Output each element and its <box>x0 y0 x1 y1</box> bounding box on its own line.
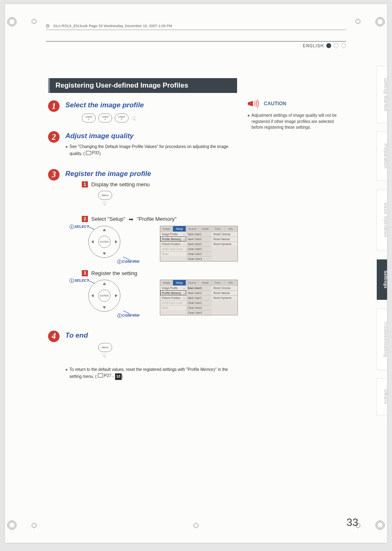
print-mark-icon <box>376 521 385 530</box>
osd-row: Picture Position▸ <box>160 295 186 300</box>
osd-row: Image Profile▸ <box>160 232 186 236</box>
dpad-annot-num: 1 <box>69 278 74 283</box>
osd-row: Save User3 <box>186 295 212 300</box>
hand-pointer-icon: ☟ <box>102 352 237 360</box>
print-mark-icon <box>376 17 385 26</box>
osd-tab: Install <box>199 226 212 232</box>
note-text: - <box>111 374 115 378</box>
osd-row-dim: HDMI Input Level <box>160 246 186 251</box>
osd-tab: Install <box>199 280 212 285</box>
osd-tab: Image <box>160 280 173 285</box>
dpad-icon: ENTER <box>88 226 120 258</box>
remote-buttons-row: USER 1 USER 2 USER 3 ☟ <box>82 113 237 123</box>
osd-row: Image Profile▸ <box>160 285 186 290</box>
remote-label: 1 <box>88 118 89 120</box>
osd-row: Reset Dynamic <box>212 295 238 300</box>
osd-menu-screenshot: Image Setup Source Install Func. Info. I… <box>160 280 238 315</box>
tab-others: Others <box>376 378 387 415</box>
step-number-icon: 3 <box>48 169 60 181</box>
crop-mark-icon <box>355 19 360 24</box>
osd-tab: Info. <box>225 226 238 232</box>
step-4: 4 To end MENU ☟ ● To return to the defau… <box>48 331 237 380</box>
page-indicator-dot-icon <box>341 43 346 48</box>
remote-user3-button: USER 3 <box>115 113 129 123</box>
caution-box: CAUTION ● Adjustment settings of image q… <box>247 99 338 131</box>
osd-row-highlighted: Profile Memory▸ <box>160 290 186 295</box>
page-indicator-dot-icon <box>334 43 339 48</box>
tab-basic-operation: Basic Operation <box>376 189 387 251</box>
osd-row: Save User3 <box>186 241 212 246</box>
print-mark-icon <box>7 17 16 26</box>
remote-label: MENU <box>101 346 109 349</box>
osd-row: Clear User3 <box>186 256 212 261</box>
step-2-note: ● See "Changing the Default Image Profil… <box>65 144 237 157</box>
tab-troubleshooting: Troubleshooting <box>376 308 387 370</box>
dpad-select-label: SELECT <box>74 225 89 229</box>
osd-row-dim: Mask <box>160 305 186 310</box>
remote-label: 3 <box>121 118 122 120</box>
remote-label: MENU <box>101 194 109 197</box>
osd-row: Save User1 <box>186 232 212 236</box>
book-line: DLA-RS1X_EN.book Page 33 Wednesday, Dece… <box>53 24 172 28</box>
note-text: ) <box>122 374 123 378</box>
svg-point-0 <box>248 102 251 106</box>
dpad-illustration: 1SELECT ENTER 2CONFIRM <box>80 280 125 317</box>
substep-text: Select "Setup" <box>91 216 125 222</box>
tab-preparation: Preparation <box>376 132 387 181</box>
step-2: 2 Adjust image quality ● See "Changing t… <box>48 131 237 157</box>
dpad-select-label: SELECT <box>74 278 89 282</box>
substep-text: "Profile Memory" <box>137 216 177 222</box>
page-ref: P32 <box>86 150 99 156</box>
tab-settings: Settings <box>376 259 387 300</box>
print-mark-icon <box>7 521 16 530</box>
dpad-annot-num: 2 <box>117 313 122 318</box>
bullet-icon: ● <box>65 366 68 373</box>
osd-row: Clear User2 <box>186 305 212 310</box>
osd-row: Clear User1 <box>186 300 212 305</box>
step-number-icon: 2 <box>48 131 60 143</box>
step-3: 3 Register the image profile 1 Display t… <box>48 169 237 321</box>
substep-number-icon: 2 <box>82 216 88 222</box>
osd-row: Clear User3 <box>186 310 212 315</box>
step-number-icon: 4 <box>48 331 60 342</box>
caution-label: CAUTION <box>264 101 286 106</box>
substep-3-row: 1SELECT ENTER 2CONFIRM Image Setu <box>80 280 238 317</box>
book-header: DLA-RS1X_EN.book Page 33 Wednesday, Dece… <box>46 24 346 30</box>
tab-getting-started: Getting Started <box>376 66 387 123</box>
ref-item: 12 <box>115 373 122 380</box>
remote-label: 2 <box>104 118 106 120</box>
dpad-illustration: 1SELECT ENTER 2CONFIRM <box>80 226 125 263</box>
substep-2: 2 Select "Setup" ➡ "Profile Memory" <box>82 216 238 222</box>
osd-row: Save User2 <box>186 236 212 241</box>
osd-tab: Info. <box>225 280 238 285</box>
language-label: ENGLISH <box>303 44 324 48</box>
osd-row: Save User2 <box>186 290 212 295</box>
osd-tab-selected: Setup <box>173 226 186 232</box>
osd-menu-screenshot: Image Setup Source Install Func. Info. I… <box>160 226 238 262</box>
hand-pointer-icon: ☟ <box>102 200 238 208</box>
language-bar: ENGLISH <box>46 41 346 48</box>
osd-tab: Image <box>160 226 173 232</box>
substep-2-row: 1SELECT ENTER 2CONFIRM Image Setu <box>80 226 238 263</box>
page-number: 33 <box>346 516 358 529</box>
remote-menu-button: MENU <box>98 343 112 352</box>
osd-row: Reset Cinema <box>212 285 238 290</box>
osd-row-dim: Mask <box>160 251 186 256</box>
page: DLA-RS1X_EN.book Page 33 Wednesday, Dece… <box>5 4 387 543</box>
section-tabs: Getting Started Preparation Basic Operat… <box>376 66 387 415</box>
substep-number-icon: 1 <box>82 181 88 188</box>
osd-tab: Source <box>186 226 199 232</box>
caution-body-text: Adjustment settings of image quality wil… <box>251 113 338 131</box>
arrow-right-icon: ➡ <box>129 216 134 222</box>
book-icon <box>86 151 91 155</box>
step-1: 1 Select the image profile USER 1 USER 2… <box>48 100 237 125</box>
page-indicator-dot-active-icon <box>326 43 331 48</box>
crop-mark-icon <box>194 523 198 528</box>
dpad-enter: ENTER <box>98 236 111 248</box>
header-bullet-icon <box>46 24 49 28</box>
section-title: Registering User-defined Image Profiles <box>48 78 237 93</box>
substep-3: 3 Register the setting <box>82 270 238 276</box>
hand-pointer-icon: ☟ <box>132 115 136 123</box>
step-2-title: Adjust image quality <box>65 132 237 140</box>
osd-row: Picture Position▸ <box>160 241 186 246</box>
